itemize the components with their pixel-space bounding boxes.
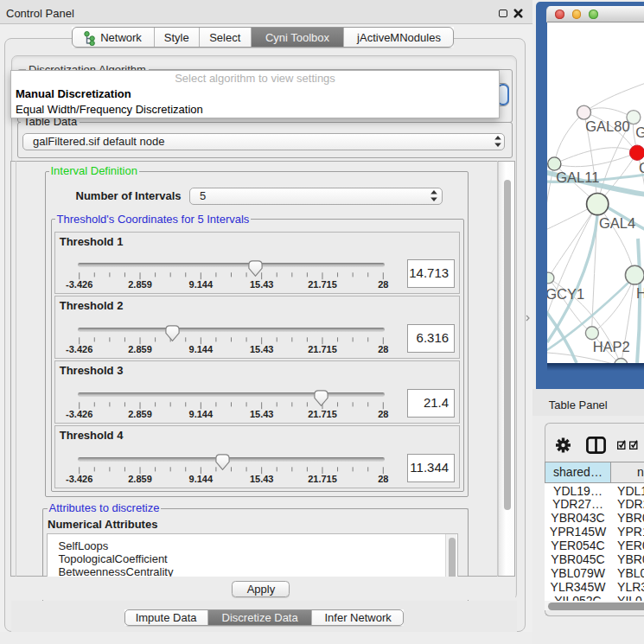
svg-text:GAL80: GAL80: [585, 118, 629, 134]
svg-text:GAL11: GAL11: [556, 169, 599, 185]
svg-text:GCY1: GCY1: [547, 285, 584, 301]
svg-text:GA: GA: [635, 124, 644, 140]
svg-text:H: H: [636, 285, 644, 301]
svg-text:GAL4: GAL4: [599, 214, 635, 230]
svg-text:C: C: [639, 159, 644, 175]
svg-text:HAP2: HAP2: [592, 338, 629, 354]
